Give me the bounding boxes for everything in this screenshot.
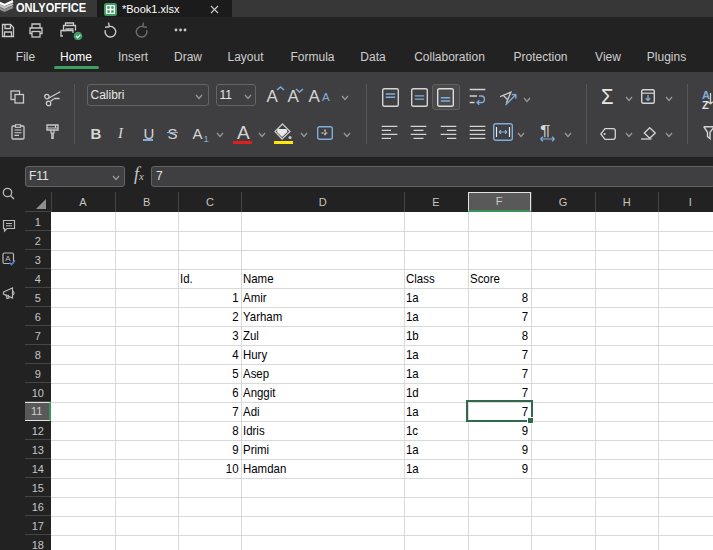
svg-text:A: A — [5, 254, 11, 263]
